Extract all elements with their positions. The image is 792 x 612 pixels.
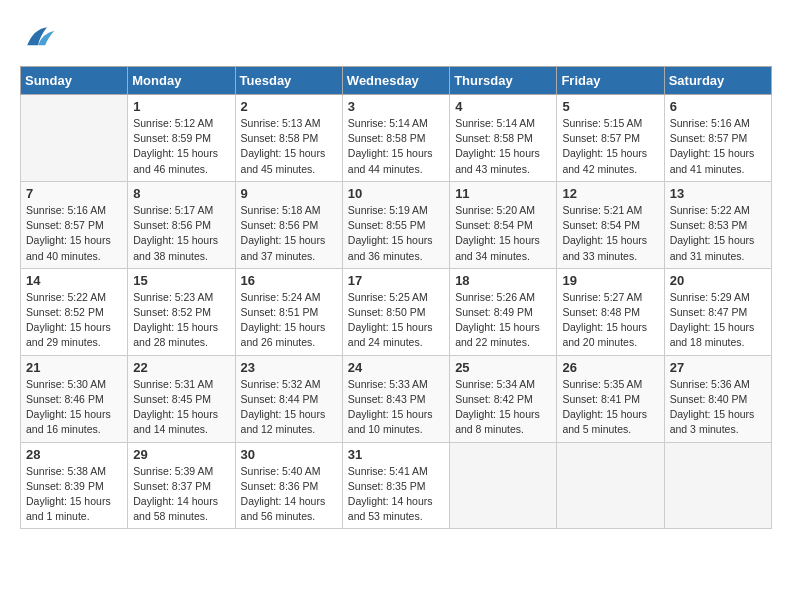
day-number: 24 [348, 360, 444, 375]
calendar-cell: 15Sunrise: 5:23 AM Sunset: 8:52 PM Dayli… [128, 268, 235, 355]
day-number: 5 [562, 99, 658, 114]
calendar-cell: 5Sunrise: 5:15 AM Sunset: 8:57 PM Daylig… [557, 95, 664, 182]
calendar-cell: 12Sunrise: 5:21 AM Sunset: 8:54 PM Dayli… [557, 181, 664, 268]
day-info: Sunrise: 5:14 AM Sunset: 8:58 PM Dayligh… [455, 116, 551, 177]
calendar-cell: 10Sunrise: 5:19 AM Sunset: 8:55 PM Dayli… [342, 181, 449, 268]
day-info: Sunrise: 5:38 AM Sunset: 8:39 PM Dayligh… [26, 464, 122, 525]
calendar-cell: 14Sunrise: 5:22 AM Sunset: 8:52 PM Dayli… [21, 268, 128, 355]
day-number: 19 [562, 273, 658, 288]
day-header-tuesday: Tuesday [235, 67, 342, 95]
day-info: Sunrise: 5:20 AM Sunset: 8:54 PM Dayligh… [455, 203, 551, 264]
day-number: 1 [133, 99, 229, 114]
calendar-cell: 25Sunrise: 5:34 AM Sunset: 8:42 PM Dayli… [450, 355, 557, 442]
calendar-cell [450, 442, 557, 529]
calendar-cell: 23Sunrise: 5:32 AM Sunset: 8:44 PM Dayli… [235, 355, 342, 442]
day-number: 28 [26, 447, 122, 462]
calendar-cell: 27Sunrise: 5:36 AM Sunset: 8:40 PM Dayli… [664, 355, 771, 442]
day-number: 21 [26, 360, 122, 375]
calendar-cell [557, 442, 664, 529]
day-number: 4 [455, 99, 551, 114]
calendar-cell: 24Sunrise: 5:33 AM Sunset: 8:43 PM Dayli… [342, 355, 449, 442]
day-number: 17 [348, 273, 444, 288]
day-number: 22 [133, 360, 229, 375]
calendar-cell: 9Sunrise: 5:18 AM Sunset: 8:56 PM Daylig… [235, 181, 342, 268]
calendar-cell: 31Sunrise: 5:41 AM Sunset: 8:35 PM Dayli… [342, 442, 449, 529]
day-number: 12 [562, 186, 658, 201]
day-number: 25 [455, 360, 551, 375]
calendar-cell: 29Sunrise: 5:39 AM Sunset: 8:37 PM Dayli… [128, 442, 235, 529]
day-info: Sunrise: 5:19 AM Sunset: 8:55 PM Dayligh… [348, 203, 444, 264]
calendar-week-1: 1Sunrise: 5:12 AM Sunset: 8:59 PM Daylig… [21, 95, 772, 182]
day-header-sunday: Sunday [21, 67, 128, 95]
calendar-cell: 21Sunrise: 5:30 AM Sunset: 8:46 PM Dayli… [21, 355, 128, 442]
day-number: 8 [133, 186, 229, 201]
day-info: Sunrise: 5:16 AM Sunset: 8:57 PM Dayligh… [26, 203, 122, 264]
day-info: Sunrise: 5:34 AM Sunset: 8:42 PM Dayligh… [455, 377, 551, 438]
logo-icon [20, 20, 56, 56]
day-number: 13 [670, 186, 766, 201]
day-number: 16 [241, 273, 337, 288]
day-info: Sunrise: 5:27 AM Sunset: 8:48 PM Dayligh… [562, 290, 658, 351]
day-number: 26 [562, 360, 658, 375]
day-info: Sunrise: 5:16 AM Sunset: 8:57 PM Dayligh… [670, 116, 766, 177]
day-info: Sunrise: 5:40 AM Sunset: 8:36 PM Dayligh… [241, 464, 337, 525]
day-number: 10 [348, 186, 444, 201]
day-info: Sunrise: 5:32 AM Sunset: 8:44 PM Dayligh… [241, 377, 337, 438]
day-header-monday: Monday [128, 67, 235, 95]
calendar-cell: 30Sunrise: 5:40 AM Sunset: 8:36 PM Dayli… [235, 442, 342, 529]
day-info: Sunrise: 5:35 AM Sunset: 8:41 PM Dayligh… [562, 377, 658, 438]
day-info: Sunrise: 5:31 AM Sunset: 8:45 PM Dayligh… [133, 377, 229, 438]
day-info: Sunrise: 5:41 AM Sunset: 8:35 PM Dayligh… [348, 464, 444, 525]
calendar-cell: 13Sunrise: 5:22 AM Sunset: 8:53 PM Dayli… [664, 181, 771, 268]
day-header-saturday: Saturday [664, 67, 771, 95]
day-info: Sunrise: 5:18 AM Sunset: 8:56 PM Dayligh… [241, 203, 337, 264]
day-number: 7 [26, 186, 122, 201]
day-header-thursday: Thursday [450, 67, 557, 95]
day-info: Sunrise: 5:39 AM Sunset: 8:37 PM Dayligh… [133, 464, 229, 525]
day-number: 2 [241, 99, 337, 114]
calendar-table: SundayMondayTuesdayWednesdayThursdayFrid… [20, 66, 772, 529]
logo [20, 20, 62, 56]
calendar-cell: 8Sunrise: 5:17 AM Sunset: 8:56 PM Daylig… [128, 181, 235, 268]
calendar-cell: 1Sunrise: 5:12 AM Sunset: 8:59 PM Daylig… [128, 95, 235, 182]
day-number: 15 [133, 273, 229, 288]
day-info: Sunrise: 5:12 AM Sunset: 8:59 PM Dayligh… [133, 116, 229, 177]
calendar-cell [21, 95, 128, 182]
calendar-cell: 28Sunrise: 5:38 AM Sunset: 8:39 PM Dayli… [21, 442, 128, 529]
day-number: 3 [348, 99, 444, 114]
day-number: 6 [670, 99, 766, 114]
day-number: 14 [26, 273, 122, 288]
calendar-week-4: 21Sunrise: 5:30 AM Sunset: 8:46 PM Dayli… [21, 355, 772, 442]
calendar-cell: 16Sunrise: 5:24 AM Sunset: 8:51 PM Dayli… [235, 268, 342, 355]
day-info: Sunrise: 5:33 AM Sunset: 8:43 PM Dayligh… [348, 377, 444, 438]
day-info: Sunrise: 5:29 AM Sunset: 8:47 PM Dayligh… [670, 290, 766, 351]
day-info: Sunrise: 5:17 AM Sunset: 8:56 PM Dayligh… [133, 203, 229, 264]
day-info: Sunrise: 5:24 AM Sunset: 8:51 PM Dayligh… [241, 290, 337, 351]
calendar-week-2: 7Sunrise: 5:16 AM Sunset: 8:57 PM Daylig… [21, 181, 772, 268]
calendar-header-row: SundayMondayTuesdayWednesdayThursdayFrid… [21, 67, 772, 95]
day-number: 9 [241, 186, 337, 201]
calendar-cell: 19Sunrise: 5:27 AM Sunset: 8:48 PM Dayli… [557, 268, 664, 355]
calendar-cell: 20Sunrise: 5:29 AM Sunset: 8:47 PM Dayli… [664, 268, 771, 355]
day-info: Sunrise: 5:22 AM Sunset: 8:52 PM Dayligh… [26, 290, 122, 351]
calendar-cell: 3Sunrise: 5:14 AM Sunset: 8:58 PM Daylig… [342, 95, 449, 182]
day-header-wednesday: Wednesday [342, 67, 449, 95]
day-info: Sunrise: 5:23 AM Sunset: 8:52 PM Dayligh… [133, 290, 229, 351]
day-info: Sunrise: 5:21 AM Sunset: 8:54 PM Dayligh… [562, 203, 658, 264]
calendar-week-5: 28Sunrise: 5:38 AM Sunset: 8:39 PM Dayli… [21, 442, 772, 529]
day-number: 23 [241, 360, 337, 375]
calendar-week-3: 14Sunrise: 5:22 AM Sunset: 8:52 PM Dayli… [21, 268, 772, 355]
day-info: Sunrise: 5:26 AM Sunset: 8:49 PM Dayligh… [455, 290, 551, 351]
day-info: Sunrise: 5:25 AM Sunset: 8:50 PM Dayligh… [348, 290, 444, 351]
calendar-cell: 18Sunrise: 5:26 AM Sunset: 8:49 PM Dayli… [450, 268, 557, 355]
day-info: Sunrise: 5:36 AM Sunset: 8:40 PM Dayligh… [670, 377, 766, 438]
day-number: 11 [455, 186, 551, 201]
day-info: Sunrise: 5:30 AM Sunset: 8:46 PM Dayligh… [26, 377, 122, 438]
day-info: Sunrise: 5:15 AM Sunset: 8:57 PM Dayligh… [562, 116, 658, 177]
day-info: Sunrise: 5:22 AM Sunset: 8:53 PM Dayligh… [670, 203, 766, 264]
calendar-cell: 22Sunrise: 5:31 AM Sunset: 8:45 PM Dayli… [128, 355, 235, 442]
calendar-cell: 7Sunrise: 5:16 AM Sunset: 8:57 PM Daylig… [21, 181, 128, 268]
day-header-friday: Friday [557, 67, 664, 95]
day-number: 29 [133, 447, 229, 462]
calendar-cell: 4Sunrise: 5:14 AM Sunset: 8:58 PM Daylig… [450, 95, 557, 182]
